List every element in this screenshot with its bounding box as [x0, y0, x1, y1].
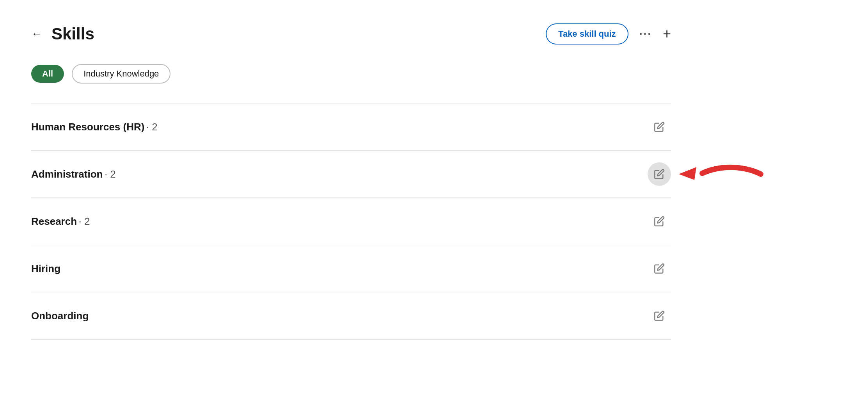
skill-item: Onboarding [31, 292, 671, 340]
pencil-icon [654, 121, 665, 132]
header-left: ← Skills [31, 25, 94, 43]
skill-item: Human Resources (HR) · 2 [31, 103, 671, 151]
edit-skill-button[interactable] [648, 115, 671, 139]
skill-name: Human Resources (HR) · 2 [31, 121, 158, 133]
header-right: Take skill quiz ··· + [546, 23, 671, 44]
pencil-icon [654, 310, 665, 321]
page-header: ← Skills Take skill quiz ··· + [31, 23, 671, 44]
skills-list: Human Resources (HR) · 2 Administration … [31, 103, 671, 340]
more-options-button[interactable]: ··· [639, 28, 652, 40]
skill-name: Onboarding [31, 310, 89, 322]
add-skill-button[interactable]: + [663, 27, 671, 41]
edit-skill-button[interactable] [648, 162, 671, 186]
skill-name: Administration · 2 [31, 168, 116, 180]
edit-skill-button[interactable] [648, 304, 671, 327]
skill-item: Research · 2 [31, 198, 671, 245]
tab-all[interactable]: All [31, 65, 64, 83]
filter-tabs: All Industry Knowledge [31, 64, 671, 84]
tab-industry-knowledge[interactable]: Industry Knowledge [72, 64, 170, 84]
pencil-icon [654, 169, 665, 180]
pencil-icon [654, 216, 665, 227]
back-button[interactable]: ← [31, 28, 42, 39]
take-skill-quiz-button[interactable]: Take skill quiz [546, 23, 628, 44]
skill-item: Administration · 2 [31, 151, 671, 198]
edit-skill-button[interactable] [648, 257, 671, 280]
pencil-icon [654, 263, 665, 274]
edit-skill-button[interactable] [648, 210, 671, 233]
skill-name: Hiring [31, 263, 60, 275]
page-title: Skills [51, 25, 94, 43]
skill-name: Research · 2 [31, 215, 90, 228]
skill-item: Hiring [31, 245, 671, 292]
